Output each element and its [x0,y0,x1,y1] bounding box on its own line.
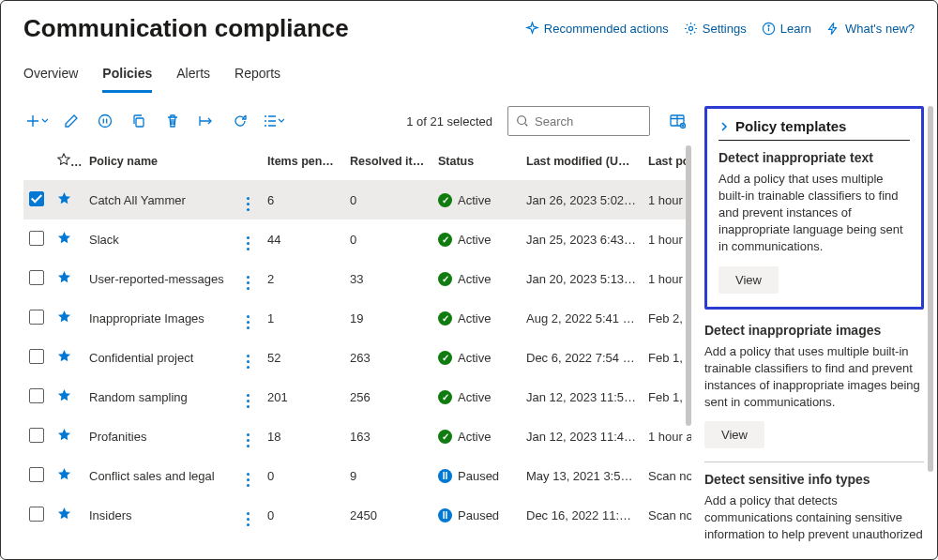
pending-cell: 1 [262,298,344,338]
modified-cell: Jan 27, 2023 11:19 … [521,535,643,546]
tab-policies[interactable]: Policies [102,60,152,93]
favorite-star[interactable] [57,270,71,284]
table-row[interactable]: Conflict sales and legal09IIPausedMay 13… [23,456,691,495]
row-more-menu[interactable] [247,276,250,290]
table-row[interactable]: Inappropriate Images119✓ActiveAug 2, 202… [23,298,691,338]
modified-cell: Dec 6, 2022 7:54 PM [521,338,643,377]
row-checkbox[interactable] [29,507,44,522]
tab-reports[interactable]: Reports [234,60,280,93]
tab-alerts[interactable]: Alerts [176,60,210,93]
row-checkbox[interactable] [29,231,44,246]
favorite-star[interactable] [57,428,71,442]
whatsnew-link[interactable]: What's new? [826,22,915,36]
template-card: Detect sensitive info typesAdd a policy … [704,472,924,546]
info-icon [762,22,776,36]
favorite-star[interactable] [57,310,71,324]
template-description: Add a policy that detects communications… [704,492,924,546]
export-button[interactable] [192,107,220,135]
row-more-menu[interactable] [247,315,250,329]
resolved-cell: 163 [344,416,432,456]
pending-cell: 3 [262,535,344,546]
modified-cell: Dec 16, 2022 11:26… [521,495,643,535]
row-more-menu[interactable] [247,473,250,487]
table-row[interactable]: Slack440✓ActiveJan 25, 2023 6:43 A…1 hou… [23,219,691,259]
pending-cell: 6 [262,180,344,219]
column-favorite[interactable]: ↑ [52,145,83,180]
column-pending[interactable]: Items pending … [262,145,344,180]
resolved-cell: 19 [344,298,432,338]
sparkle-icon [525,22,539,36]
pending-cell: 2 [262,259,344,298]
group-button[interactable] [260,107,288,135]
policy-name-cell: Profanities [83,416,241,456]
learn-link[interactable]: Learn [762,22,811,36]
favorite-star[interactable] [57,507,71,521]
row-checkbox[interactable] [29,349,44,364]
resolved-cell: 0 [344,219,432,259]
pause-button[interactable] [91,107,119,135]
template-title: Detect sensitive info types [704,472,924,487]
policy-name-cell: User-reported-messages [83,259,241,298]
favorite-star[interactable] [57,388,71,402]
resolved-cell: 9 [344,456,432,495]
modified-cell: Jan 20, 2023 5:13 PM [521,259,643,298]
modified-cell: Jan 12, 2023 11:51 … [521,377,643,416]
panel-header[interactable]: Policy templates [719,118,910,141]
policy-name-cell: Catch All Yammer [83,180,241,219]
recommended-actions-link[interactable]: Recommended actions [525,22,669,36]
table-row[interactable]: Confidential project52263✓ActiveDec 6, 2… [23,338,691,377]
resolved-cell: 2450 [344,495,432,535]
row-more-menu[interactable] [247,197,250,211]
table-row[interactable]: User-reported-messages233✓ActiveJan 20, … [23,259,691,298]
tab-overview[interactable]: Overview [23,60,78,93]
settings-link[interactable]: Settings [684,22,747,36]
column-status[interactable]: Status [432,145,521,180]
copy-button[interactable] [125,107,153,135]
column-name[interactable]: Policy name [83,145,241,180]
row-more-menu[interactable] [247,512,250,526]
row-checkbox[interactable] [29,310,44,325]
table-row[interactable]: Catch All Yammer60✓ActiveJan 26, 2023 5:… [23,180,691,219]
refresh-button[interactable] [226,107,254,135]
chevron-right-icon [719,121,730,132]
svg-point-3 [768,25,769,26]
vertical-scrollbar[interactable] [684,145,691,546]
row-checkbox[interactable] [29,546,44,547]
row-more-menu[interactable] [247,394,250,408]
favorite-star[interactable] [57,467,71,481]
pending-cell: 0 [262,495,344,535]
table-row[interactable]: Yammer - custom SIT30✓ActiveJan 27, 2023… [23,535,691,546]
search-box[interactable] [507,106,650,136]
edit-button[interactable] [57,107,85,135]
view-button[interactable]: View [719,266,779,294]
column-modified[interactable]: Last modified (UTC) [521,145,643,180]
row-more-menu[interactable] [247,433,250,447]
row-checkbox[interactable] [29,467,44,482]
policies-table: ↑ Policy name Items pending … Resolved i… [23,145,691,546]
status-cell: ✓Active [438,390,491,404]
column-resolved[interactable]: Resolved items [344,145,432,180]
template-card: Detect inappropriate imagesAdd a policy … [704,323,924,463]
row-checkbox[interactable] [29,270,44,285]
status-icon: ✓ [438,390,452,404]
table-row[interactable]: Profanities18163✓ActiveJan 12, 2023 11:4… [23,416,691,456]
toolbar: 1 of 21 selected [23,93,691,145]
favorite-star[interactable] [57,349,71,363]
table-row[interactable]: Random sampling201256✓ActiveJan 12, 2023… [23,377,691,416]
view-button[interactable]: View [704,421,764,448]
row-checkbox[interactable] [29,428,44,443]
delete-button[interactable] [159,107,187,135]
row-checkbox[interactable] [29,388,44,403]
pending-cell: 44 [262,219,344,259]
row-more-menu[interactable] [247,236,250,250]
row-checkbox[interactable] [29,191,44,206]
favorite-star[interactable] [57,231,71,245]
customize-columns-button[interactable] [663,107,691,135]
search-input[interactable] [535,114,642,129]
policy-templates-panel: Policy templatesDetect inappropriate tex… [691,93,937,546]
add-button[interactable] [23,107,52,135]
panel-scrollbar[interactable] [928,106,933,472]
row-more-menu[interactable] [247,355,250,369]
favorite-star[interactable] [57,191,71,205]
table-row[interactable]: Insiders02450IIPausedDec 16, 2022 11:26…… [23,495,691,535]
